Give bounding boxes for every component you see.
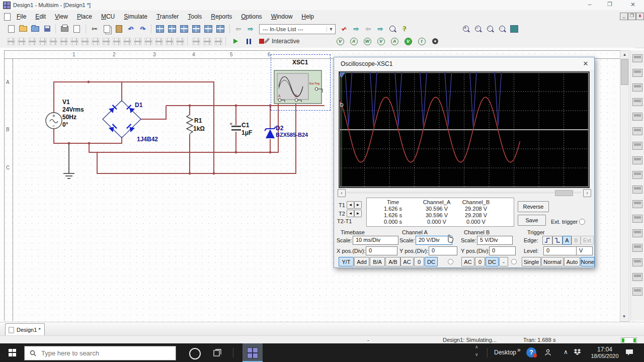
trigger-source-b-button[interactable]: B bbox=[572, 236, 581, 245]
multimeter-icon[interactable] bbox=[632, 53, 642, 63]
channel-a-ac-button[interactable]: AC bbox=[400, 257, 414, 266]
trigger-falling-edge-icon[interactable] bbox=[552, 236, 562, 245]
scroll-down-icon[interactable]: ▼ bbox=[620, 313, 628, 320]
run-simulation-icon[interactable] bbox=[230, 36, 240, 46]
probe-voltage-icon[interactable]: V bbox=[335, 36, 345, 46]
r1-value-label[interactable]: 1kΩ bbox=[193, 125, 205, 132]
menu-edit[interactable]: Edit bbox=[31, 11, 50, 22]
open-file-icon[interactable] bbox=[18, 24, 28, 34]
place-misc-icon[interactable] bbox=[122, 36, 132, 46]
channel-a-ypos-field[interactable]: 0 bbox=[429, 246, 457, 255]
clock-time[interactable]: 17:04 bbox=[590, 346, 620, 353]
zoom-fit-icon[interactable]: ◌ bbox=[497, 24, 507, 34]
canvas-vscrollbar[interactable]: ▲ ▼ bbox=[620, 50, 629, 322]
channel-b-scale-field[interactable]: 5 V/Div bbox=[477, 236, 513, 245]
channel-b-ypos-field[interactable]: 0 bbox=[489, 246, 516, 255]
frequency-counter-icon[interactable] bbox=[632, 141, 642, 151]
zoom-full-icon[interactable] bbox=[509, 24, 519, 34]
dropbox-icon[interactable] bbox=[574, 349, 581, 356]
c1-value-label[interactable]: 1μF bbox=[242, 129, 252, 136]
redo-icon[interactable]: ↷ bbox=[138, 24, 148, 34]
menu-window[interactable]: Window bbox=[267, 11, 297, 22]
help-notification-icon[interactable]: ? bbox=[526, 347, 536, 357]
reverse-button[interactable]: Reverse bbox=[518, 201, 549, 212]
mdi-close-button[interactable]: x bbox=[636, 13, 644, 20]
channel-b-minus-button[interactable]: - bbox=[499, 257, 508, 266]
help-icon[interactable]: ? bbox=[399, 24, 410, 34]
oscilloscope-window[interactable]: Oscilloscope-XSC1 ✕ ‹ › T1 ◄ ► T2 ◄ ► T2… bbox=[334, 57, 595, 268]
place-basic-icon[interactable] bbox=[17, 36, 27, 46]
menu-view[interactable]: View bbox=[50, 11, 72, 22]
menu-help[interactable]: Help bbox=[297, 11, 318, 22]
probe-settings-icon[interactable] bbox=[430, 36, 440, 46]
yt-button[interactable]: Y/T bbox=[339, 257, 354, 266]
scroll-right-icon[interactable]: › bbox=[583, 189, 591, 197]
d1-ref-label[interactable]: D1 bbox=[135, 102, 142, 109]
ab-button[interactable]: A/B bbox=[385, 257, 400, 266]
channel-b-ac-button[interactable]: AC bbox=[461, 257, 474, 266]
timebase-xpos-field[interactable]: 0 bbox=[366, 246, 397, 255]
back-icon[interactable]: ⇦ bbox=[363, 24, 373, 34]
place-indicator-icon[interactable] bbox=[101, 36, 111, 46]
word-generator-icon[interactable] bbox=[632, 155, 642, 165]
probe-voltage-plus-icon[interactable]: V bbox=[376, 36, 386, 46]
current-probe-icon[interactable] bbox=[632, 287, 642, 297]
clock-date[interactable]: 18/05/2020 bbox=[590, 353, 620, 359]
place-transistor-icon[interactable] bbox=[38, 36, 48, 46]
save-button[interactable]: Save bbox=[518, 215, 546, 226]
transfer-to-ulti-icon[interactable]: ⇨ bbox=[351, 24, 361, 34]
people-icon[interactable] bbox=[544, 349, 551, 356]
desktop-toolbar-label[interactable]: Desktop bbox=[494, 349, 516, 356]
oscilloscope-icon[interactable] bbox=[632, 97, 642, 107]
place-junction-icon[interactable] bbox=[213, 36, 223, 46]
menu-transfer[interactable]: Transfer bbox=[152, 11, 183, 22]
place-rf-icon[interactable] bbox=[143, 36, 153, 46]
grapher-icon[interactable] bbox=[215, 24, 225, 34]
toolbar-scroll-down-icon[interactable]: ∨ bbox=[475, 352, 478, 357]
save-icon[interactable] bbox=[42, 24, 52, 34]
vscroll-thumb[interactable] bbox=[621, 59, 628, 85]
mdi-minimize-button[interactable]: _ bbox=[620, 13, 628, 20]
probe-power-icon[interactable]: W bbox=[362, 36, 372, 46]
electrical-rules-check-icon[interactable]: ✔ bbox=[339, 24, 349, 34]
open-samples-icon[interactable] bbox=[30, 24, 40, 34]
trigger-none-button[interactable]: None bbox=[581, 257, 595, 266]
place-connector-icon[interactable] bbox=[165, 36, 175, 46]
place-misc-digital-icon[interactable] bbox=[80, 36, 90, 46]
t1-right-icon[interactable]: ► bbox=[354, 201, 362, 209]
copy-icon[interactable] bbox=[102, 24, 112, 34]
paste-icon[interactable] bbox=[114, 24, 124, 34]
oscilloscope-title-bar[interactable]: Oscilloscope-XSC1 ✕ bbox=[334, 57, 594, 71]
taskbar-search[interactable] bbox=[24, 346, 176, 360]
v1-ref-label[interactable]: V1 bbox=[62, 99, 70, 106]
add-button[interactable]: Add bbox=[354, 257, 369, 266]
scope-scroll-thumb[interactable] bbox=[555, 190, 573, 196]
tab-design1[interactable]: Design1 * bbox=[5, 323, 45, 336]
ext-trigger-radio[interactable] bbox=[579, 219, 585, 225]
function-generator-icon[interactable] bbox=[632, 68, 642, 78]
r1-ref-label[interactable]: R1 bbox=[194, 117, 202, 124]
create-component-icon[interactable] bbox=[203, 24, 213, 34]
trigger-unit-field[interactable]: V bbox=[576, 246, 593, 255]
place-electromechanical-icon[interactable] bbox=[154, 36, 164, 46]
place-ttl-icon[interactable] bbox=[59, 36, 69, 46]
tektronix-oscilloscope-icon[interactable] bbox=[632, 272, 642, 282]
bode-plotter-icon[interactable] bbox=[632, 126, 642, 136]
cortana-icon[interactable] bbox=[189, 348, 201, 359]
v1-freq-label[interactable]: 50Hz bbox=[62, 114, 76, 121]
channel-b-0-button[interactable]: 0 bbox=[475, 257, 485, 266]
menu-place[interactable]: Place bbox=[72, 11, 97, 22]
action-center-icon[interactable] bbox=[625, 348, 634, 356]
restore-button[interactable]: ❐ bbox=[602, 1, 617, 8]
spectrum-analyzer-icon[interactable] bbox=[632, 228, 642, 238]
minimize-button[interactable]: – bbox=[582, 1, 597, 8]
taskbar-multisim-button[interactable] bbox=[243, 343, 263, 362]
menu-mcu[interactable]: MCU bbox=[97, 11, 119, 22]
agilent-function-generator-icon[interactable] bbox=[632, 257, 642, 267]
back-annotate-icon[interactable]: ⇦ bbox=[233, 24, 244, 34]
d2-ref-label[interactable]: D2 bbox=[276, 125, 283, 132]
desktop-expand-icon[interactable]: » bbox=[517, 346, 521, 353]
scroll-left-icon[interactable]: ‹ bbox=[338, 189, 346, 197]
place-mcu-icon[interactable] bbox=[175, 36, 185, 46]
t1-left-icon[interactable]: ◄ bbox=[347, 201, 354, 209]
